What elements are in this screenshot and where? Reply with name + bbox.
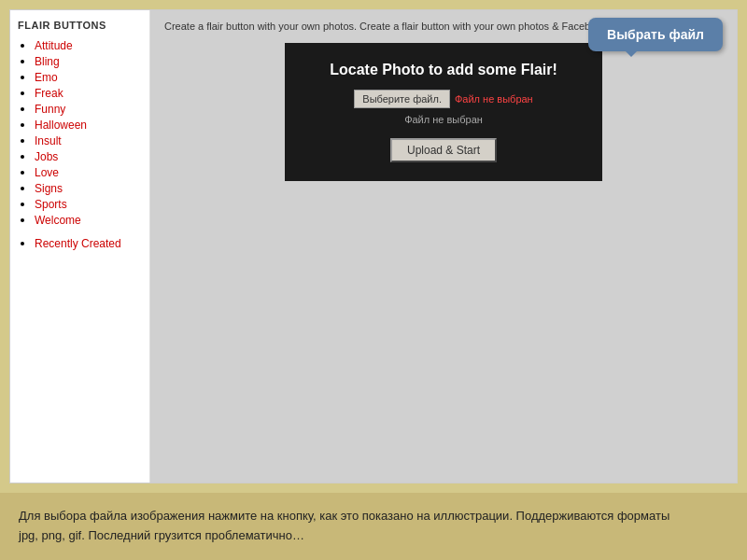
file-not-selected-gray: Файл не выбран (313, 114, 574, 125)
white-panel: FLAIR BUTTONS Attitude Bling Emo Freak F… (9, 9, 738, 483)
list-item: Emo (35, 70, 142, 84)
list-item: Recently Created (35, 236, 142, 250)
list-item: Halloween (35, 118, 142, 132)
sidebar-title: FLAIR BUTTONS (18, 20, 142, 31)
list-item: Love (35, 165, 142, 179)
list-item: Jobs (35, 149, 142, 163)
choose-file-button[interactable]: Выберите файл. (354, 90, 450, 108)
list-item: Funny (35, 102, 142, 116)
sidebar: FLAIR BUTTONS Attitude Bling Emo Freak F… (10, 10, 150, 483)
main-container: FLAIR BUTTONS Attitude Bling Emo Freak F… (0, 0, 747, 560)
list-item: Sports (35, 197, 142, 211)
sidebar-link-insult[interactable]: Insult (35, 134, 62, 147)
tooltip-bubble: Выбрать файл (588, 18, 723, 51)
sidebar-nav-list: Attitude Bling Emo Freak Funny Halloween… (18, 38, 142, 227)
sidebar-link-sports[interactable]: Sports (35, 198, 67, 211)
file-input-row: Выберите файл. Файл не выбран (313, 90, 574, 108)
list-item: Bling (35, 54, 142, 68)
list-item: Attitude (35, 38, 142, 52)
sidebar-link-welcome[interactable]: Welcome (35, 214, 81, 227)
main-content-inner: Create a flair button with your own phot… (150, 10, 737, 483)
tooltip-label: Выбрать файл (607, 27, 704, 42)
sidebar-link-funny[interactable]: Funny (35, 103, 65, 116)
list-item: Signs (35, 181, 142, 195)
file-not-selected-red: Файл не выбран (455, 93, 533, 105)
sidebar-link-bling[interactable]: Bling (35, 55, 60, 68)
list-item: Insult (35, 133, 142, 147)
sidebar-link-freak[interactable]: Freak (35, 87, 63, 100)
main-content: Create a flair button with your own phot… (150, 10, 737, 483)
list-item: Freak (35, 86, 142, 100)
sidebar-recently-list: Recently Created (18, 236, 142, 250)
sidebar-link-love[interactable]: Love (35, 166, 59, 179)
sidebar-link-recently-created[interactable]: Recently Created (35, 237, 121, 250)
upload-start-button[interactable]: Upload & Start (390, 138, 497, 162)
sidebar-link-signs[interactable]: Signs (35, 182, 63, 195)
upload-box-title: Locate Photo to add some Flair! (313, 62, 574, 78)
sidebar-link-halloween[interactable]: Halloween (35, 119, 87, 132)
bottom-text: Для выбора файла изображения нажмите на … (19, 507, 691, 546)
sidebar-link-attitude[interactable]: Attitude (35, 39, 73, 52)
content-area: FLAIR BUTTONS Attitude Bling Emo Freak F… (0, 0, 747, 493)
sidebar-link-emo[interactable]: Emo (35, 71, 58, 84)
bottom-text-area: Для выбора файла изображения нажмите на … (0, 493, 747, 560)
sidebar-link-jobs[interactable]: Jobs (35, 150, 58, 163)
upload-box: Locate Photo to add some Flair! Выберите… (285, 43, 602, 181)
list-item: Welcome (35, 213, 142, 227)
